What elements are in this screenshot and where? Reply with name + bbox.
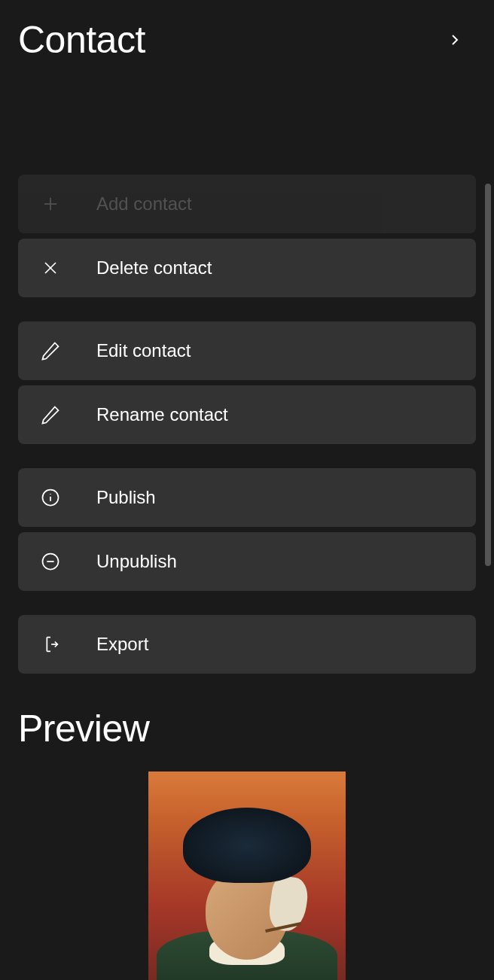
page-title: Contact — [18, 18, 145, 62]
export-icon — [39, 633, 62, 656]
action-group-edit-rename: Edit contact Rename contact — [18, 321, 476, 444]
action-label: Add contact — [96, 193, 192, 215]
action-label: Delete contact — [96, 257, 212, 278]
info-icon — [39, 486, 62, 509]
preview-image — [148, 772, 346, 980]
action-group-add-delete: Add contact Delete contact — [18, 175, 476, 297]
action-label: Rename contact — [96, 404, 228, 425]
scrollbar[interactable] — [485, 184, 491, 566]
unpublish-button[interactable]: Unpublish — [18, 532, 476, 591]
action-label: Unpublish — [96, 551, 177, 572]
preview-container — [18, 772, 476, 980]
pencil-icon — [39, 403, 62, 426]
action-group-export: Export — [18, 615, 476, 674]
action-group-publish: Publish Unpublish — [18, 468, 476, 591]
minus-circle-icon — [39, 550, 62, 573]
action-label: Publish — [96, 487, 156, 508]
chevron-right-icon[interactable] — [446, 31, 464, 49]
add-contact-button[interactable]: Add contact — [18, 175, 476, 233]
rename-contact-button[interactable]: Rename contact — [18, 385, 476, 444]
preview-title: Preview — [18, 707, 476, 750]
publish-button[interactable]: Publish — [18, 468, 476, 527]
action-label: Export — [96, 634, 148, 655]
edit-contact-button[interactable]: Edit contact — [18, 321, 476, 380]
close-icon — [39, 257, 62, 279]
plus-icon — [39, 193, 62, 215]
export-button[interactable]: Export — [18, 615, 476, 674]
action-label: Edit contact — [96, 340, 191, 361]
delete-contact-button[interactable]: Delete contact — [18, 239, 476, 297]
pencil-icon — [39, 339, 62, 362]
